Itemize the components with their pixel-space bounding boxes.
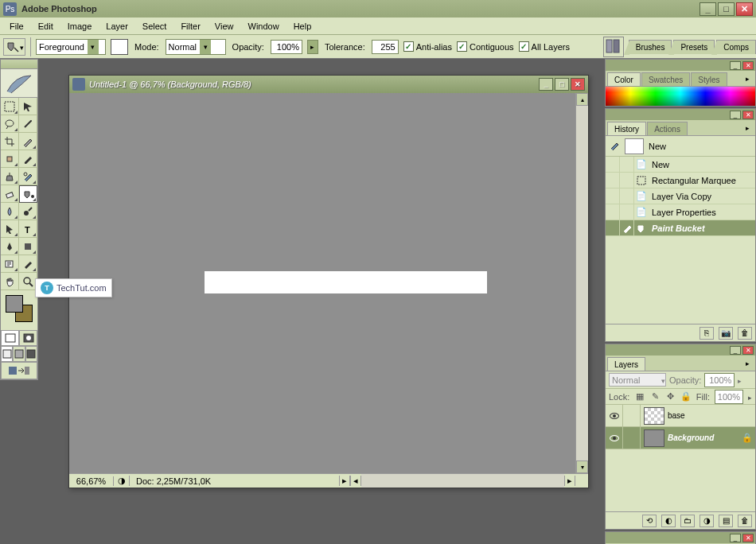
panel-menu-button[interactable] (742, 358, 753, 369)
tool-crop[interactable] (1, 133, 19, 150)
history-item[interactable]: 📄Layer Properties (606, 204, 755, 220)
scroll-right-button[interactable]: ▸ (564, 476, 575, 486)
tool-type[interactable]: T (19, 220, 37, 238)
layer-name[interactable]: base (668, 411, 755, 420)
history-item[interactable]: Rectangular Marquee (606, 173, 755, 188)
scroll-down-button[interactable]: ▾ (576, 460, 588, 473)
scroll-up-button[interactable]: ▴ (576, 93, 588, 106)
tool-dodge[interactable] (19, 203, 37, 220)
tab-history[interactable]: History (607, 122, 646, 135)
opacity-input[interactable]: 100% (271, 40, 302, 54)
tab-swatches[interactable]: Swatches (641, 72, 690, 86)
tool-move[interactable] (19, 98, 37, 115)
doc-minimize-button[interactable]: _ (539, 78, 553, 91)
screen-standard-button[interactable] (1, 346, 13, 362)
history-item[interactable]: 📄New (606, 157, 755, 173)
history-snapshot-row[interactable]: New (606, 136, 755, 157)
opacity-flyout-button[interactable] (307, 40, 318, 54)
document-canvas-area[interactable] (69, 93, 588, 473)
tool-blur[interactable] (1, 203, 19, 220)
doc-close-button[interactable]: ✕ (571, 78, 585, 91)
menu-edit[interactable]: Edit (31, 19, 60, 33)
layer-name[interactable]: Background (668, 433, 739, 442)
document-titlebar[interactable]: Untitled-1 @ 66,7% (Background, RGB/8) _… (69, 76, 588, 93)
edit-standard-mode-button[interactable] (1, 330, 19, 346)
lock-transparency-button[interactable]: ▦ (634, 391, 645, 402)
menu-filter[interactable]: Filter (173, 19, 207, 33)
horizontal-scrollbar[interactable] (361, 474, 564, 488)
delete-state-button[interactable]: 🗑 (738, 327, 752, 340)
menu-select[interactable]: Select (135, 19, 174, 33)
window-minimize-button[interactable]: _ (699, 2, 716, 16)
jump-to-imageready-button[interactable] (1, 362, 37, 379)
tool-path-select[interactable] (1, 220, 19, 238)
lock-position-button[interactable]: ✥ (665, 391, 676, 402)
vertical-scrollbar[interactable]: ▴ ▾ (575, 93, 588, 473)
tool-hand[interactable] (1, 273, 19, 290)
fill-source-dropdown[interactable]: Foreground (36, 39, 106, 55)
palette-well-button[interactable] (603, 37, 624, 57)
delete-layer-button[interactable]: 🗑 (738, 515, 752, 527)
tab-layers[interactable]: Layers (607, 357, 645, 371)
zoom-level-input[interactable]: 66,67% (69, 476, 114, 486)
tool-paint-bucket[interactable] (19, 185, 37, 203)
menu-window[interactable]: Window (241, 19, 286, 33)
window-close-button[interactable]: ✕ (736, 2, 753, 16)
layer-row-active[interactable]: Background 🔒 (606, 427, 755, 449)
history-item-active[interactable]: Paint Bucket (606, 220, 755, 236)
tolerance-input[interactable]: 255 (372, 40, 399, 54)
panel-close-button[interactable]: ✕ (742, 61, 754, 70)
layer-blend-dropdown[interactable]: Normal (609, 373, 666, 387)
tool-shape[interactable] (19, 238, 37, 255)
layer-visibility-toggle[interactable] (606, 427, 623, 449)
blend-mode-dropdown[interactable]: Normal (166, 39, 226, 55)
new-document-from-state-button[interactable]: ⎘ (699, 327, 714, 340)
layer-opacity-input[interactable]: 100% (704, 373, 735, 387)
menu-file[interactable]: File (2, 19, 31, 33)
opacity-flyout-icon[interactable] (738, 375, 742, 385)
current-tool-icon[interactable] (3, 38, 25, 56)
screen-full-button[interactable] (25, 346, 37, 362)
menu-image[interactable]: Image (60, 19, 99, 33)
menu-view[interactable]: View (208, 19, 241, 33)
history-item[interactable]: 📄Layer Via Copy (606, 188, 755, 204)
tool-healing[interactable] (1, 150, 19, 168)
tool-brush[interactable] (19, 150, 37, 168)
adjustment-layer-button[interactable]: ◑ (699, 515, 714, 527)
panel-minimize-button[interactable]: _ (730, 534, 741, 542)
panel-close-button[interactable]: ✕ (742, 346, 754, 355)
new-layer-button[interactable]: ▤ (719, 515, 733, 527)
panel-minimize-button[interactable]: _ (730, 61, 741, 70)
tab-styles[interactable]: Styles (691, 72, 727, 86)
tool-marquee[interactable] (1, 98, 19, 115)
layer-mask-button[interactable]: ◐ (661, 515, 676, 527)
lock-pixels-button[interactable]: ✎ (649, 391, 660, 402)
panel-close-button[interactable]: ✕ (742, 534, 754, 542)
panel-minimize-button[interactable]: _ (730, 111, 741, 119)
panel-minimize-button[interactable]: _ (730, 346, 741, 355)
layer-row[interactable]: base (606, 405, 755, 427)
layer-link-toggle[interactable] (623, 427, 641, 449)
doc-maximize-button[interactable]: □ (555, 78, 569, 91)
all-layers-checkbox[interactable]: ✓All Layers (519, 41, 570, 52)
layer-fill-input[interactable]: 100% (715, 390, 743, 404)
well-tab-presets[interactable]: Presets (673, 40, 715, 54)
tool-eyedropper[interactable] (19, 255, 37, 273)
tab-actions[interactable]: Actions (647, 122, 688, 135)
toolbox-gripper[interactable] (1, 60, 37, 69)
new-set-button[interactable]: 🗀 (680, 515, 695, 527)
well-tab-comps[interactable]: Comps (716, 40, 756, 54)
pattern-swatch[interactable] (111, 39, 128, 55)
screen-fullmenu-button[interactable] (13, 346, 25, 362)
lock-all-button[interactable]: 🔒 (680, 391, 692, 402)
layer-link-toggle[interactable] (623, 405, 641, 426)
scroll-left-button[interactable]: ◂ (350, 476, 361, 486)
panel-close-button[interactable]: ✕ (742, 111, 754, 119)
status-page-icon[interactable]: ◑ (114, 476, 130, 486)
tool-clone[interactable] (1, 168, 19, 185)
status-flyout-button[interactable]: ▸ (339, 476, 350, 486)
contiguous-checkbox[interactable]: ✓Contiguous (457, 41, 514, 52)
tab-color[interactable]: Color (607, 72, 641, 86)
history-brush-source-icon[interactable] (609, 140, 620, 153)
antialias-checkbox[interactable]: ✓Anti-alias (403, 41, 452, 52)
